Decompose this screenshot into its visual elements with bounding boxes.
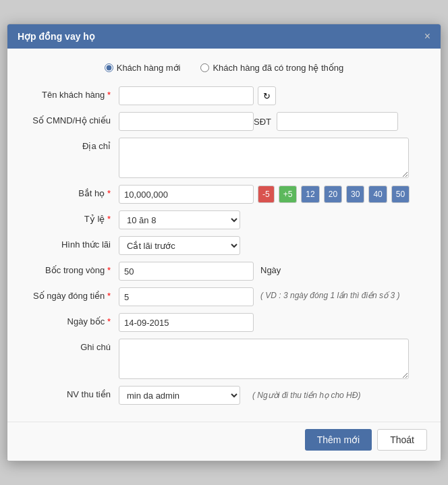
input-boc-trong-vong[interactable] [119, 262, 254, 281]
hint-nv-thu-tien: ( Người đi thu tiền họ cho HĐ) [252, 391, 360, 400]
label-hinh-thuc-lai: Hình thức lãi [21, 236, 119, 250]
modal-hop-dong-vay-ho: Hợp đồng vay họ × Khách hàng mới Khách h… [7, 24, 441, 461]
row-ngay-boc: Ngày bốc * [21, 313, 427, 332]
cancel-button[interactable]: Thoát [377, 429, 427, 451]
btn-40[interactable]: 40 [368, 186, 387, 203]
label-ty-le: Tỷ lệ * [21, 210, 119, 224]
input-sdt[interactable] [277, 112, 398, 131]
sdt-group: SĐT [254, 112, 398, 131]
row-ghi-chu: Ghi chú [21, 339, 427, 379]
label-ten-khach-hang: Tên khách hàng * [21, 86, 119, 100]
btn-50[interactable]: 50 [391, 186, 410, 203]
hint-so-ngay: ( VD : 3 ngày đóng 1 lần thì điền số 3 ) [260, 287, 399, 300]
label-dia-chi: Địa chỉ [21, 138, 119, 151]
row-so-ngay-dong-tien: Số ngày đóng tiền * ( VD : 3 ngày đóng 1… [21, 287, 427, 306]
input-dia-chi[interactable] [119, 138, 409, 178]
row-nv-thu-tien: NV thu tiền min da admin ( Người đi thu … [21, 386, 427, 405]
modal-header: Hợp đồng vay họ × [7, 24, 441, 49]
radio-new-customer[interactable]: Khách hàng mới [105, 63, 181, 73]
label-nv-thu-tien: NV thu tiền [21, 386, 119, 399]
radio-new-customer-label: Khách hàng mới [117, 63, 181, 73]
radio-existing-customer[interactable]: Khách hàng đã có trong hệ thống [200, 63, 343, 73]
bat-ho-group: -5 +5 12 20 30 40 50 [119, 185, 410, 204]
label-so-cmnd: Số CMND/Hộ chiếu [21, 112, 119, 125]
row-dia-chi: Địa chỉ [21, 138, 427, 178]
select-nv-thu-tien[interactable]: min da admin [119, 386, 240, 405]
label-bat-ho: Bắt họ * [21, 185, 119, 198]
input-ten-khach-hang[interactable] [119, 86, 254, 105]
modal-body: Khách hàng mới Khách hàng đã có trong hệ… [7, 49, 441, 422]
row-hinh-thuc-lai: Hình thức lãi Cắt lãi trước Trả lãi sau [21, 236, 427, 255]
nv-group: min da admin ( Người đi thu tiền họ cho … [119, 386, 360, 405]
label-boc-trong-vong: Bốc trong vòng * [21, 262, 119, 275]
customer-type-radio-group: Khách hàng mới Khách hàng đã có trong hệ… [21, 59, 427, 77]
input-ghi-chu[interactable] [119, 339, 409, 379]
input-bat-ho[interactable] [119, 185, 254, 204]
btn-minus5[interactable]: -5 [258, 186, 275, 203]
input-so-cmnd[interactable] [119, 112, 254, 131]
btn-12[interactable]: 12 [301, 186, 319, 203]
label-ghi-chu: Ghi chú [21, 339, 119, 352]
row-cmnd-sdt: Số CMND/Hộ chiếu SĐT [21, 112, 427, 131]
submit-button[interactable]: Thêm mới [305, 429, 372, 451]
select-hinh-thuc-lai[interactable]: Cắt lãi trước Trả lãi sau [119, 236, 240, 255]
label-so-ngay-dong-tien: Số ngày đóng tiền * [21, 287, 119, 301]
label-sdt: SĐT [254, 117, 271, 127]
required-marker: * [107, 90, 111, 100]
label-ngay-boc: Ngày bốc * [21, 313, 119, 326]
select-ty-le[interactable]: 10 ăn 8 10 ăn 7 10 ăn 6 [119, 210, 240, 229]
row-boc-trong-vong: Bốc trong vòng * Ngày [21, 262, 427, 281]
modal-title: Hợp đồng vay họ [18, 31, 95, 42]
unit-ngay: Ngày [260, 262, 281, 275]
btn-plus5[interactable]: +5 [279, 186, 298, 203]
row-bat-ho: Bắt họ * -5 +5 12 20 30 40 50 [21, 185, 427, 204]
input-ngay-boc[interactable] [119, 313, 254, 332]
radio-existing-customer-label: Khách hàng đã có trong hệ thống [213, 63, 343, 73]
btn-30[interactable]: 30 [346, 186, 364, 203]
refresh-button[interactable]: ↻ [258, 86, 276, 105]
row-ty-le: Tỷ lệ * 10 ăn 8 10 ăn 7 10 ăn 6 [21, 210, 427, 229]
modal-footer: Thêm mới Thoát [7, 422, 441, 461]
input-so-ngay-dong-tien[interactable] [119, 287, 254, 306]
row-ten-khach-hang: Tên khách hàng * ↻ [21, 86, 427, 105]
btn-20[interactable]: 20 [324, 186, 342, 203]
close-button[interactable]: × [424, 31, 430, 42]
